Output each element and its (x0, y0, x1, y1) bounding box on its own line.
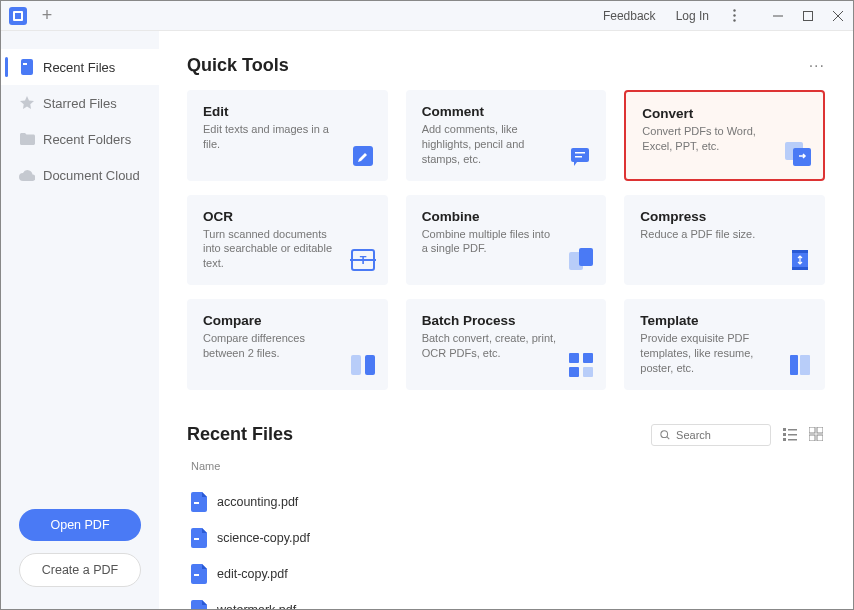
tool-desc: Combine multiple files into a single PDF… (422, 227, 557, 257)
create-pdf-button[interactable]: Create a PDF (19, 553, 141, 587)
svg-rect-1 (15, 13, 21, 19)
combine-icon (568, 247, 594, 273)
tool-title: Compress (640, 209, 775, 224)
svg-rect-36 (788, 429, 797, 431)
svg-point-4 (733, 19, 735, 21)
svg-line-34 (667, 436, 670, 439)
svg-rect-45 (194, 502, 199, 504)
svg-rect-32 (800, 355, 810, 375)
maximize-button[interactable] (793, 1, 823, 31)
compress-icon (787, 247, 813, 273)
titlebar: + Feedback Log In (1, 1, 853, 31)
tool-title: Compare (203, 313, 338, 328)
tool-card-template[interactable]: TemplateProvide exquisite PDF templates,… (624, 299, 825, 390)
recent-files-title: Recent Files (187, 424, 293, 445)
tool-desc: Reduce a PDF file size. (640, 227, 775, 242)
sidebar-item-document-cloud[interactable]: Document Cloud (1, 157, 159, 193)
list-view-toggle[interactable] (783, 427, 799, 443)
svg-rect-24 (792, 267, 808, 270)
svg-rect-44 (817, 435, 823, 441)
svg-rect-35 (783, 428, 786, 431)
tool-title: Batch Process (422, 313, 557, 328)
tool-title: OCR (203, 209, 338, 224)
sidebar-item-label: Recent Folders (43, 132, 131, 147)
tool-title: Edit (203, 104, 338, 119)
recent-file-item[interactable]: edit-copy.pdf (187, 556, 825, 592)
cloud-icon (19, 167, 35, 183)
svg-rect-9 (21, 59, 33, 75)
svg-point-2 (733, 9, 735, 11)
tool-desc: Add comments, like highlights, pencil an… (422, 122, 557, 167)
tool-desc: Convert PDFs to Word, Excel, PPT, etc. (642, 124, 773, 154)
svg-rect-46 (194, 538, 199, 540)
recent-file-item[interactable]: science-copy.pdf (187, 520, 825, 556)
svg-rect-23 (792, 250, 808, 253)
pdf-file-icon (191, 600, 207, 609)
svg-point-33 (661, 430, 668, 437)
close-button[interactable] (823, 1, 853, 31)
edit-icon (350, 143, 376, 169)
feedback-link[interactable]: Feedback (593, 9, 666, 23)
tool-title: Comment (422, 104, 557, 119)
sidebar-item-starred-files[interactable]: Starred Files (1, 85, 159, 121)
grid-view-toggle[interactable] (809, 427, 825, 443)
tool-desc: Edit texts and images in a file. (203, 122, 338, 152)
recent-file-item[interactable]: accounting.pdf (187, 484, 825, 520)
sidebar-item-recent-folders[interactable]: Recent Folders (1, 121, 159, 157)
tool-card-convert[interactable]: ConvertConvert PDFs to Word, Excel, PPT,… (624, 90, 825, 181)
tool-card-comment[interactable]: CommentAdd comments, like highlights, pe… (406, 90, 607, 181)
tool-card-edit[interactable]: EditEdit texts and images in a file. (187, 90, 388, 181)
file-name: science-copy.pdf (217, 531, 310, 545)
tool-card-ocr[interactable]: OCRTurn scanned documents into searchabl… (187, 195, 388, 286)
svg-rect-13 (575, 152, 585, 154)
svg-rect-37 (783, 433, 786, 436)
svg-rect-21 (579, 248, 593, 266)
comment-icon (568, 143, 594, 169)
svg-rect-38 (788, 434, 797, 436)
svg-rect-42 (817, 427, 823, 433)
file-name: accounting.pdf (217, 495, 298, 509)
open-pdf-button[interactable]: Open PDF (19, 509, 141, 541)
tool-title: Combine (422, 209, 557, 224)
tool-card-combine[interactable]: CombineCombine multiple files into a sin… (406, 195, 607, 286)
tool-desc: Provide exquisite PDF templates, like re… (640, 331, 775, 376)
svg-rect-26 (365, 355, 375, 375)
recent-file-item[interactable]: watermark.pdf (187, 592, 825, 609)
pdf-file-icon (191, 564, 207, 584)
login-link[interactable]: Log In (666, 9, 719, 23)
svg-rect-27 (569, 353, 579, 363)
convert-icon (785, 141, 811, 167)
new-tab-button[interactable]: + (35, 4, 59, 28)
tool-card-compare[interactable]: CompareCompare differences between 2 fil… (187, 299, 388, 390)
minimize-button[interactable] (763, 1, 793, 31)
svg-rect-6 (804, 11, 813, 20)
sidebar-item-label: Recent Files (43, 60, 115, 75)
recent-list: accounting.pdfscience-copy.pdfedit-copy.… (187, 484, 825, 609)
svg-rect-47 (194, 574, 199, 576)
tool-desc: Turn scanned documents into searchable o… (203, 227, 338, 272)
more-menu-icon[interactable]: ··· (809, 57, 825, 75)
main-content: Quick Tools ··· EditEdit texts and image… (159, 31, 853, 609)
svg-rect-40 (788, 439, 797, 441)
svg-rect-10 (23, 63, 27, 65)
ocr-icon: T (350, 247, 376, 273)
search-input[interactable] (676, 429, 762, 441)
tool-title: Convert (642, 106, 773, 121)
sidebar: Recent Files Starred Files Recent Folder… (1, 31, 159, 609)
file-name: watermark.pdf (217, 603, 296, 609)
svg-rect-30 (583, 367, 593, 377)
pdf-file-icon (191, 492, 207, 512)
app-logo (9, 7, 27, 25)
svg-rect-41 (809, 427, 815, 433)
kebab-menu-icon[interactable] (719, 1, 749, 31)
svg-rect-43 (809, 435, 815, 441)
search-box[interactable] (651, 424, 771, 446)
svg-point-3 (733, 14, 735, 16)
tool-title: Template (640, 313, 775, 328)
tool-grid: EditEdit texts and images in a file.Comm… (187, 90, 825, 390)
tool-card-compress[interactable]: CompressReduce a PDF file size. (624, 195, 825, 286)
sidebar-item-recent-files[interactable]: Recent Files (1, 49, 159, 85)
tool-card-batch-process[interactable]: Batch ProcessBatch convert, create, prin… (406, 299, 607, 390)
compare-icon (350, 352, 376, 378)
search-icon (660, 429, 670, 441)
